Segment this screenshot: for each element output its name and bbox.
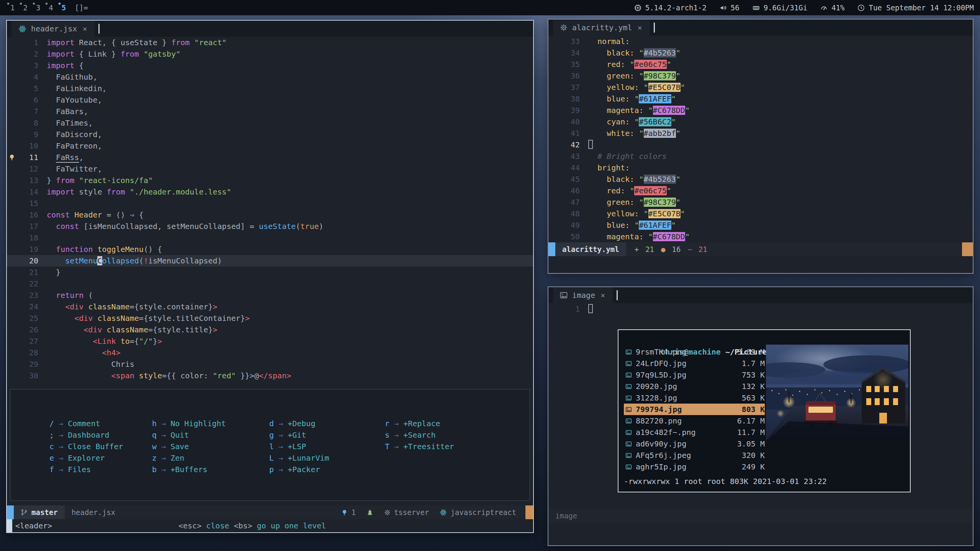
file-row[interactable]: 97q9L5D.jpg753 K — [624, 369, 765, 381]
code-token: import — [47, 61, 74, 70]
file-row[interactable]: 9rsmTK4.png3.09 M — [624, 346, 765, 358]
sign-column — [7, 301, 18, 312]
line-number: 13 — [18, 175, 38, 186]
statusline-label: image — [548, 512, 577, 520]
tab-image[interactable]: image × — [553, 287, 613, 303]
file-row[interactable]: 882720.png6.17 M — [624, 415, 765, 427]
line-number: 15 — [18, 198, 38, 209]
color-chip: #98C379 — [644, 71, 676, 80]
workspace-3[interactable]: 3 — [32, 2, 44, 13]
code-token: isMenuCollapsed) — [148, 256, 222, 265]
code-editor-header-jsx[interactable]: 1import React, { useState } from "react"… — [7, 37, 533, 381]
whichkey-key: r — [385, 419, 389, 428]
file-row[interactable]: 799794.jpg803 K — [624, 404, 765, 415]
code-line: 50 magenta: "#C678DD" — [548, 231, 973, 242]
code-token: import — [47, 38, 74, 47]
code-token — [625, 60, 630, 69]
whichkey-label: Explorer — [68, 453, 105, 463]
terminal-buffer[interactable]: 1 — [548, 303, 973, 315]
line-text: FaLinkedin, — [38, 83, 107, 94]
close-icon[interactable]: × — [637, 23, 643, 32]
sign-column — [548, 162, 560, 173]
code-line: 23 return ( — [7, 289, 533, 301]
sign-column — [7, 60, 18, 71]
code-token: className — [88, 302, 129, 311]
line-number: 45 — [560, 173, 580, 185]
line-text: red: "#e06c75" — [580, 185, 671, 196]
tab-header-jsx[interactable]: header.jsx × — [11, 21, 95, 37]
close-icon[interactable]: × — [82, 24, 88, 33]
line-number: 1 — [560, 303, 580, 315]
file-row[interactable]: AFq5r6j.jpeg320 K — [624, 450, 765, 461]
code-token: " — [644, 209, 648, 218]
workspace-4[interactable]: 4 — [44, 2, 57, 13]
code-token: const — [56, 222, 79, 231]
code-line: 1 — [548, 303, 973, 315]
code-token: " — [671, 117, 676, 126]
file-size: 563 K — [728, 392, 765, 404]
workspace-2[interactable]: 2 — [19, 2, 31, 13]
code-line: 39 magenta: "#C678DD" — [548, 105, 973, 116]
code-token: " — [648, 232, 653, 241]
whichkey-entry: r → +Replace — [385, 418, 454, 429]
file-size: 6.17 M — [728, 415, 765, 427]
whichkey-label: +Git — [288, 430, 306, 440]
workspace-1[interactable]: 1 — [6, 2, 19, 13]
desktop-root: { "theme": {"accent_blue": "#61afef", "s… — [0, 0, 980, 551]
whichkey-key: w — [152, 442, 157, 451]
code-token — [47, 314, 74, 323]
code-line: 12 FaTwitter, — [7, 163, 533, 175]
file-row[interactable]: 31228.jpg563 K — [624, 392, 765, 404]
file-row[interactable]: aghr5Ip.jpg249 K — [624, 461, 765, 473]
code-line: 38 blue: "#61AFEF" — [548, 93, 973, 105]
code-token: red: — [588, 60, 625, 69]
code-editor-alacritty-yml[interactable]: 33 normal:34 black: "#4b5263"35 red: "#e… — [548, 36, 973, 242]
line-number: 3 — [18, 60, 38, 71]
hollow-cursor — [588, 304, 593, 313]
whichkey-key: p — [269, 465, 274, 474]
code-line: 19 function toggleMenu() { — [7, 244, 533, 255]
file-size: 803 K — [728, 404, 765, 415]
line-text — [38, 232, 47, 244]
arrow-icon: → — [389, 442, 403, 451]
code-token: import — [47, 187, 74, 196]
file-row[interactable]: ad6v90y.jpg3.05 M — [624, 438, 765, 450]
hollow-cursor — [588, 140, 593, 149]
workspace-number: 3 — [36, 3, 40, 12]
whichkey-label: +Debug — [288, 419, 315, 428]
workspace-number: 5 — [62, 3, 66, 12]
git-branch-segment[interactable]: master — [14, 505, 65, 519]
code-token — [47, 153, 56, 162]
tab-alacritty-yml[interactable]: alacritty.yml × — [553, 20, 650, 36]
file-row[interactable]: 20920.jpg132 K — [624, 381, 765, 392]
file-row[interactable]: a19c482f~.png11.7 M — [624, 427, 765, 438]
code-token: " — [681, 209, 685, 218]
tab-title: header.jsx — [31, 24, 77, 33]
pending-keys: <leader> — [12, 521, 52, 530]
workspace-5[interactable]: 5 — [57, 2, 70, 13]
treesitter-icon — [366, 509, 373, 516]
whichkey-key: d — [269, 419, 274, 428]
whichkey-key: c — [49, 442, 54, 451]
close-icon[interactable]: × — [600, 291, 606, 300]
code-line: 24 <div className={style.container}> — [7, 301, 533, 312]
arrow-icon: → — [54, 442, 68, 451]
code-line: 41 white: "#abb2bf" — [548, 128, 973, 139]
line-number: 50 — [560, 231, 580, 242]
code-token: ) — [319, 222, 323, 231]
line-text: Chris — [38, 358, 134, 370]
status-clock: Tue September 14 12:00PM — [857, 3, 974, 12]
code-line: 45 black: "#4b5263" — [548, 173, 973, 185]
git-branch-name: master — [31, 508, 58, 517]
code-line: 3import { — [7, 60, 533, 71]
line-number: 41 — [560, 128, 580, 139]
line-text: white: "#abb2bf" — [580, 128, 681, 139]
code-token: "react-icons/fa" — [79, 176, 153, 185]
sign-column — [7, 255, 18, 267]
file-row[interactable]: 24LrDFQ.jpg1.7 M — [624, 358, 765, 369]
code-token: bright: — [588, 163, 630, 172]
code-token: FaBars, — [47, 107, 88, 116]
code-token — [139, 49, 144, 59]
line-text: <div className={style.title}> — [38, 324, 218, 335]
code-token: } — [47, 268, 61, 277]
